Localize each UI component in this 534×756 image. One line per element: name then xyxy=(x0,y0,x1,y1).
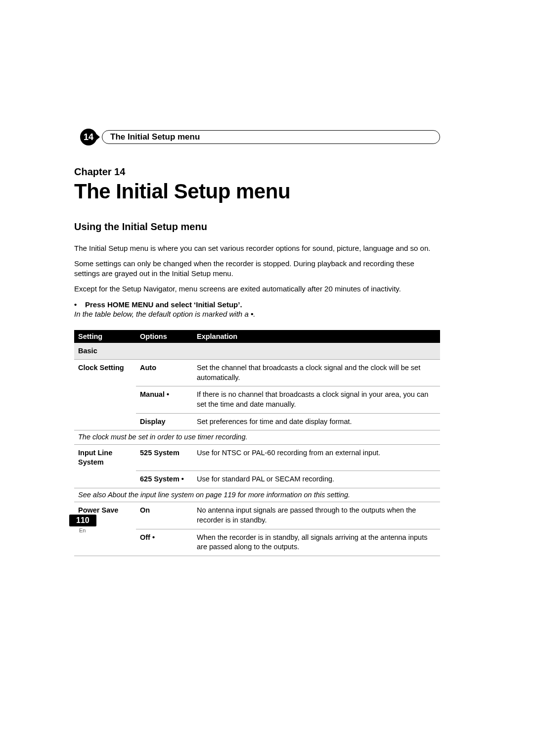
page-number-badge: 110 xyxy=(69,515,96,526)
note-cell: See also About the input line system on … xyxy=(74,488,440,502)
setting-cell: Input Line System xyxy=(74,444,136,471)
chapter-label: Chapter 14 xyxy=(74,166,440,178)
default-note-prefix: In the table below, the default option i… xyxy=(74,310,251,318)
section-title: Using the Initial Setup menu xyxy=(74,221,440,233)
note-cell: The clock must be set in order to use ti… xyxy=(74,430,440,445)
default-note-suffix: . xyxy=(253,310,255,318)
table-row: Display Set preferences for time and dat… xyxy=(74,413,440,430)
default-marker-icon: • xyxy=(152,533,155,541)
col-options: Options xyxy=(136,330,193,343)
chapter-pill-text: The Initial Setup menu xyxy=(110,132,200,142)
instruction-text: Press HOME MENU and select ‘Initial Setu… xyxy=(85,300,242,309)
setting-cell xyxy=(74,471,136,488)
explanation-cell: Use for standard PAL or SECAM recording. xyxy=(193,471,440,488)
chapter-header-bar: 14 The Initial Setup menu xyxy=(74,129,440,146)
settings-table: Setting Options Explanation Basic Clock … xyxy=(74,330,440,556)
intro-paragraph-1: The Initial Setup menu is where you can … xyxy=(74,243,440,254)
option-text: Manual xyxy=(140,390,165,398)
table-row: Manual • If there is no channel that bro… xyxy=(74,386,440,413)
intro-paragraph-3: Except for the Setup Navigator, menu scr… xyxy=(74,284,440,294)
table-row: 625 System • Use for standard PAL or SEC… xyxy=(74,471,440,488)
option-cell: Auto xyxy=(136,360,193,386)
instruction-bullet: • Press HOME MENU and select ‘Initial Se… xyxy=(74,300,440,309)
option-cell: Off • xyxy=(136,529,193,556)
chapter-number-badge: 14 xyxy=(80,129,97,145)
table-header-row: Setting Options Explanation xyxy=(74,330,440,343)
col-explanation: Explanation xyxy=(193,330,440,343)
option-text: Off xyxy=(140,533,150,541)
option-cell: Manual • xyxy=(136,386,193,413)
table-note-row: The clock must be set in order to use ti… xyxy=(74,430,440,445)
option-cell: Display xyxy=(136,413,193,430)
page-number: 110 xyxy=(76,516,89,524)
table-row: Input Line System 525 System Use for NTS… xyxy=(74,444,440,471)
explanation-cell: When the recorder is in standby, all sig… xyxy=(193,529,440,556)
default-marker-icon: • xyxy=(181,475,184,483)
option-cell: 625 System • xyxy=(136,471,193,488)
explanation-cell: If there is no channel that broadcasts a… xyxy=(193,386,440,413)
explanation-cell: No antenna input signals are passed thro… xyxy=(193,502,440,529)
option-cell: 525 System xyxy=(136,444,193,471)
table-row: Power Save On No antenna input signals a… xyxy=(74,502,440,529)
default-note: In the table below, the default option i… xyxy=(74,310,440,318)
page-content: 14 The Initial Setup menu Chapter 14 The… xyxy=(74,129,440,556)
table-row: Clock Setting Auto Set the channel that … xyxy=(74,360,440,386)
page-footer: 110 En xyxy=(69,515,96,533)
setting-cell xyxy=(74,386,136,413)
explanation-cell: Set the channel that broadcasts a clock … xyxy=(193,360,440,386)
table-row: Off • When the recorder is in standby, a… xyxy=(74,529,440,556)
chapter-number: 14 xyxy=(84,132,93,142)
table-group-row: Basic xyxy=(74,343,440,360)
table-note-row: See also About the input line system on … xyxy=(74,488,440,502)
chapter-title-pill: The Initial Setup menu xyxy=(102,130,440,144)
group-basic: Basic xyxy=(74,343,440,360)
page-title: The Initial Setup menu xyxy=(74,180,440,203)
col-setting: Setting xyxy=(74,330,136,343)
bullet-dot-icon: • xyxy=(74,300,85,309)
option-cell: On xyxy=(136,502,193,529)
explanation-cell: Set preferences for time and date displa… xyxy=(193,413,440,430)
setting-cell xyxy=(74,413,136,430)
intro-paragraph-2: Some settings can only be changed when t… xyxy=(74,259,440,279)
option-text: 625 System xyxy=(140,475,179,483)
page-language: En xyxy=(79,527,96,533)
default-marker-icon: • xyxy=(167,390,169,398)
setting-cell: Clock Setting xyxy=(74,360,136,386)
explanation-cell: Use for NTSC or PAL-60 recording from an… xyxy=(193,444,440,471)
